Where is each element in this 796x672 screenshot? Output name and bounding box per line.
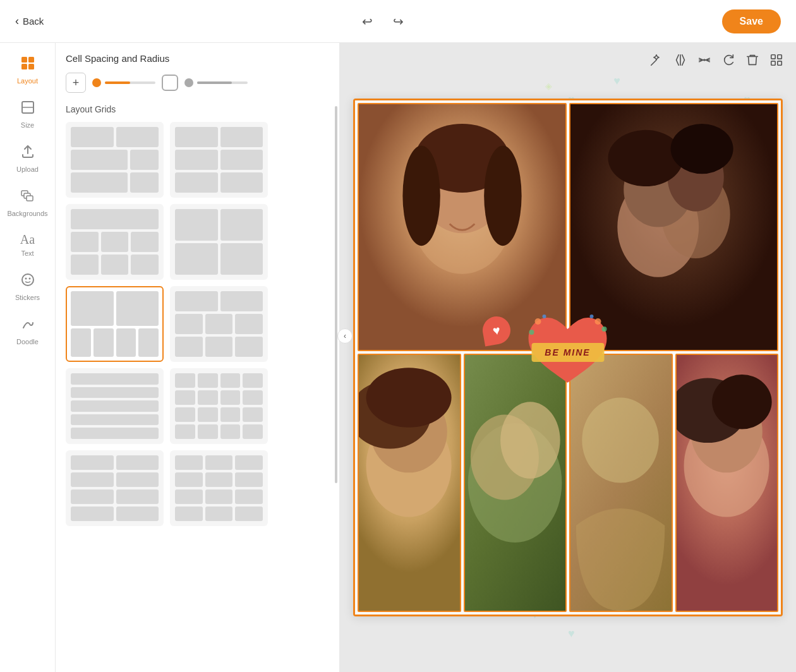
svg-rect-1 <box>28 57 34 63</box>
grid-item-9[interactable] <box>170 450 268 526</box>
grid-cell <box>205 337 233 357</box>
grid-cell <box>131 255 159 275</box>
grid-cell <box>235 489 263 504</box>
grid-item-0[interactable] <box>66 122 164 198</box>
photo-cell-3[interactable] <box>358 354 461 612</box>
sidebar-item-doodle[interactable]: Doodle <box>0 309 55 353</box>
canvas-area: ♥ ♥ ♥ ♥ ♥ ♥ ♥ ◈ ◆ ◆ <box>340 43 796 672</box>
grid-cell <box>235 507 263 521</box>
grid-cell <box>116 291 159 326</box>
heart-badge-sticker[interactable]: ♥ <box>483 316 510 344</box>
grid-item-2[interactable] <box>66 204 164 280</box>
grid-cell <box>220 390 241 405</box>
rotate-button[interactable] <box>719 51 738 73</box>
orange-slider[interactable] <box>105 81 155 84</box>
magic-wand-button[interactable] <box>647 51 666 73</box>
radius-icon <box>162 75 178 91</box>
gray-slider[interactable] <box>197 81 248 84</box>
grid-cell <box>116 507 159 521</box>
grid-cell <box>235 314 263 334</box>
grid-cell <box>205 472 233 487</box>
back-button[interactable]: ‹ Back <box>15 15 44 28</box>
grid-item-5[interactable] <box>170 286 268 362</box>
sidebar-icons: Layout Size Upload <box>0 43 56 672</box>
svg-rect-13 <box>778 55 781 59</box>
grid-cell <box>205 314 233 334</box>
be-mine-sticker[interactable]: BE MINE <box>519 310 617 395</box>
layout-icon <box>20 56 35 75</box>
svg-point-20 <box>402 146 440 246</box>
grid-item-8[interactable] <box>66 450 164 526</box>
grid-cell <box>101 232 129 252</box>
sidebar-item-text[interactable]: Aa Text <box>0 225 55 265</box>
sidebar-item-stickers[interactable]: Stickers <box>0 265 55 309</box>
sidebar-item-backgrounds[interactable]: Backgrounds <box>0 181 55 225</box>
scrollbar[interactable] <box>335 106 337 484</box>
grid-cell <box>175 455 203 470</box>
stickers-label: Stickers <box>15 294 40 301</box>
canvas-toolbar <box>647 51 786 73</box>
photo-collage[interactable]: ♥ <box>353 99 783 616</box>
grid-cell <box>175 390 195 405</box>
orange-slider-fill <box>105 81 130 84</box>
grid-cell <box>235 472 263 487</box>
grid-cell <box>101 255 129 275</box>
grid-cell <box>175 314 203 334</box>
top-bar: ‹ Back ↩ ↪ Save <box>0 0 796 43</box>
grid-cell <box>131 232 159 252</box>
text-label: Text <box>21 249 33 257</box>
section-title: Layout Grids <box>66 104 329 114</box>
grid-cell <box>205 489 233 504</box>
backgrounds-label: Backgrounds <box>7 210 47 217</box>
grid-cell <box>198 407 218 422</box>
grid-item-7[interactable] <box>170 368 268 444</box>
flip-h-button[interactable] <box>671 51 690 73</box>
doodle-icon <box>20 316 35 335</box>
upload-label: Upload <box>16 165 39 173</box>
layout-label: Layout <box>17 77 38 85</box>
grid-cell <box>175 507 203 521</box>
grid-cell <box>71 328 91 357</box>
grid-cell <box>71 150 128 170</box>
grid-cell <box>116 328 136 357</box>
grid-item-3[interactable] <box>170 204 268 280</box>
grid-cell <box>175 291 218 311</box>
heart-decor: ♥ <box>568 627 575 640</box>
grid-cell <box>175 407 195 422</box>
photo-cell-6[interactable] <box>675 354 779 612</box>
grid-item-4-selected[interactable] <box>66 286 164 362</box>
grid-cell <box>71 455 114 470</box>
redo-icon: ↪ <box>393 15 404 28</box>
flip-v-button[interactable] <box>695 51 714 73</box>
delete-button[interactable] <box>743 51 762 73</box>
grid-cell <box>71 172 128 193</box>
sidebar-item-layout[interactable]: Layout <box>0 48 55 92</box>
grid-cell <box>116 455 159 470</box>
svg-point-45 <box>535 318 541 325</box>
grid-cell <box>243 390 263 405</box>
more-options-button[interactable] <box>767 51 786 73</box>
grid-item-6[interactable] <box>66 368 164 444</box>
sidebar-item-size[interactable]: Size <box>0 92 55 136</box>
collapse-panel-button[interactable]: ‹ <box>337 328 353 344</box>
grid-cell <box>243 424 263 439</box>
svg-rect-12 <box>771 55 775 59</box>
grid-cell <box>71 209 159 229</box>
grid-cell <box>235 455 263 470</box>
add-spacing-button[interactable]: + <box>66 73 86 93</box>
grid-cell <box>220 291 263 311</box>
grid-cell <box>116 489 159 504</box>
redo-button[interactable]: ↪ <box>389 10 407 33</box>
grids-container <box>66 122 329 526</box>
grid-cell <box>71 489 114 504</box>
grid-item-1[interactable] <box>170 122 268 198</box>
svg-point-48 <box>602 327 607 332</box>
svg-point-9 <box>22 274 33 285</box>
grid-cell <box>175 373 195 388</box>
undo-button[interactable]: ↩ <box>358 10 377 33</box>
save-button[interactable]: Save <box>722 9 781 33</box>
sidebar-item-upload[interactable]: Upload <box>0 136 55 181</box>
grid-cell <box>205 455 233 470</box>
grid-cell <box>198 424 218 439</box>
grid-cell <box>175 127 218 147</box>
